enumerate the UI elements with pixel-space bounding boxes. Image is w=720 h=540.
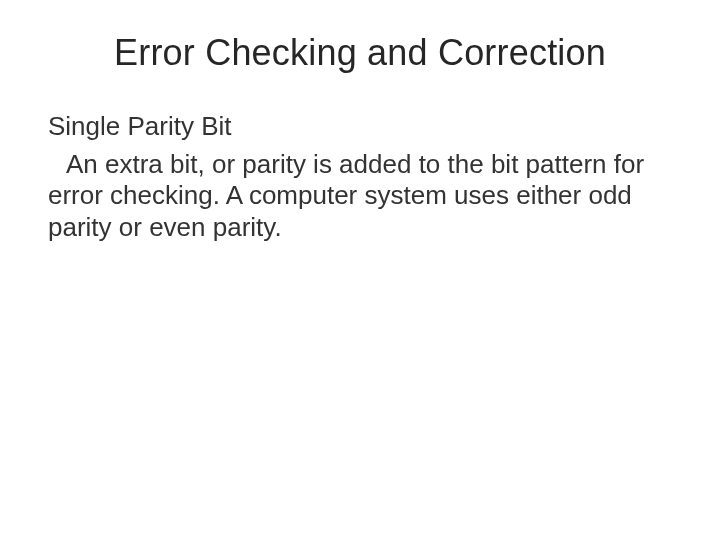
slide-content: Single Parity Bit An extra bit, or parit…: [48, 110, 672, 244]
content-body: An extra bit, or parity is added to the …: [48, 149, 672, 244]
content-subheading: Single Parity Bit: [48, 110, 672, 143]
slide: Error Checking and Correction Single Par…: [0, 0, 720, 540]
slide-title: Error Checking and Correction: [48, 32, 672, 74]
